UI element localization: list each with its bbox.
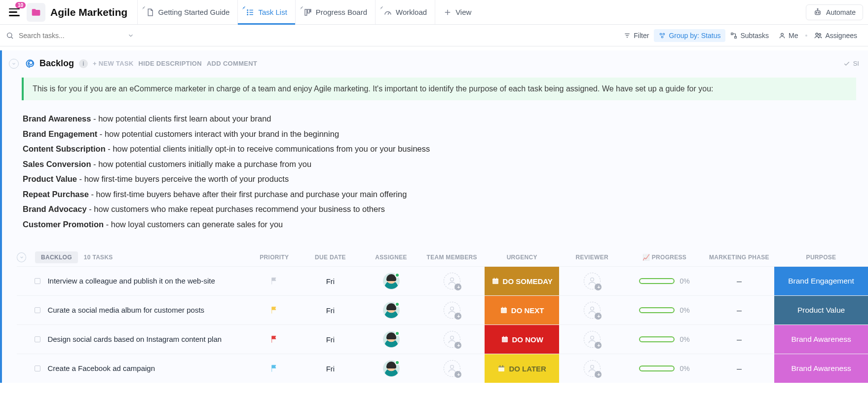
purpose-cell[interactable]: Brand Awareness [774, 354, 868, 383]
purpose-cell[interactable]: Brand Engagement [774, 267, 868, 295]
svg-line-9 [388, 12, 389, 15]
group-right-label: SI [853, 60, 859, 67]
table-row[interactable]: Design social cards based on Instagram c… [17, 325, 868, 354]
collapse-toggle[interactable] [17, 252, 26, 262]
due-date-cell[interactable]: Fri [298, 335, 363, 344]
priority-cell[interactable] [251, 335, 298, 344]
chevron-down-icon [19, 255, 24, 260]
svg-line-18 [11, 37, 13, 39]
empty-avatar-icon: + [584, 273, 601, 289]
list-icon [246, 8, 255, 17]
progress-cell[interactable]: 0% [625, 335, 704, 343]
priority-cell[interactable] [251, 306, 298, 315]
task-table: BACKLOG 10 TASKS PRIORITY DUE DATE ASSIG… [2, 248, 868, 383]
filter-button[interactable]: Filter [619, 29, 654, 42]
phase-cell[interactable]: – [704, 334, 774, 345]
urgency-cell[interactable]: DO NEXT [485, 296, 560, 325]
team-cell[interactable]: + [419, 302, 485, 319]
urgency-cell[interactable]: DO NOW [485, 325, 560, 354]
priority-cell[interactable] [251, 277, 298, 286]
svg-rect-7 [307, 9, 309, 13]
groupby-button[interactable]: Group by: Status [654, 29, 725, 42]
task-checkbox[interactable] [35, 307, 40, 313]
due-date-cell[interactable]: Fri [298, 365, 363, 373]
th-team-members[interactable]: TEAM MEMBERS [419, 254, 485, 261]
add-comment-button[interactable]: ADD COMMENT [207, 60, 257, 67]
info-icon[interactable]: i [79, 59, 88, 68]
reviewer-cell[interactable]: + [559, 360, 625, 377]
assignee-cell[interactable] [363, 360, 419, 377]
search-input[interactable] [19, 32, 122, 40]
pin-icon [141, 3, 146, 11]
tab-workload[interactable]: Workload [375, 0, 435, 24]
table-row[interactable]: Curate a social media album for customer… [17, 295, 868, 325]
empty-avatar-icon: + [584, 360, 601, 377]
task-checkbox[interactable] [35, 366, 40, 371]
svg-rect-39 [502, 307, 502, 308]
new-task-button[interactable]: + NEW TASK [93, 60, 134, 67]
assignee-cell[interactable] [363, 331, 419, 348]
th-purpose[interactable]: PURPOSE [774, 254, 868, 261]
team-cell[interactable]: + [419, 331, 485, 348]
calendar-icon [497, 365, 505, 372]
urgency-cell[interactable]: DO SOMEDAY [485, 267, 560, 295]
table-row[interactable]: Interview a colleague and publish it on … [17, 266, 868, 295]
progress-cell[interactable]: 0% [625, 365, 704, 372]
reviewer-cell[interactable]: + [559, 273, 625, 289]
subtasks-button[interactable]: Subtasks [725, 29, 774, 42]
tab-getting-started[interactable]: Getting Started Guide [137, 0, 237, 24]
tab-progress-board[interactable]: Progress Board [295, 0, 375, 24]
svg-point-29 [819, 34, 821, 36]
chevron-down-icon[interactable] [127, 32, 134, 39]
phase-cell[interactable]: – [704, 305, 774, 316]
group-header: Backlog i + NEW TASK HIDE DESCRIPTION AD… [2, 54, 868, 75]
th-reviewer[interactable]: REVIEWER [559, 254, 625, 261]
svg-point-30 [450, 278, 453, 281]
team-cell[interactable]: + [419, 360, 485, 377]
pin-icon [299, 3, 304, 11]
tab-add-view[interactable]: View [435, 0, 479, 24]
collapse-toggle[interactable] [9, 59, 19, 69]
urgency-cell[interactable]: DO LATER [485, 354, 560, 383]
progress-cell[interactable]: 0% [625, 277, 704, 285]
purpose-cell[interactable]: Product Value [774, 296, 868, 325]
phase-cell[interactable]: – [704, 276, 774, 286]
due-date-cell[interactable]: Fri [298, 306, 363, 315]
th-priority[interactable]: PRIORITY [251, 254, 298, 261]
hide-description-button[interactable]: HIDE DESCRIPTION [139, 60, 202, 67]
content-area: Backlog i + NEW TASK HIDE DESCRIPTION AD… [0, 50, 868, 383]
task-checkbox[interactable] [35, 278, 40, 284]
purpose-cell[interactable]: Brand Awareness [774, 325, 868, 354]
definition-line: Customer Promotion - how loyal customers… [23, 217, 856, 232]
progress-cell[interactable]: 0% [625, 306, 704, 314]
status-chip[interactable]: BACKLOG [35, 251, 78, 263]
svg-rect-33 [493, 278, 494, 279]
th-assignee[interactable]: ASSIGNEE [363, 254, 419, 261]
reviewer-cell[interactable]: + [559, 331, 625, 348]
assignee-cell[interactable] [363, 273, 419, 289]
filter-icon [624, 32, 631, 39]
assignee-cell[interactable] [363, 302, 419, 319]
th-urgency[interactable]: URGENCY [485, 254, 560, 261]
menu-toggle-button[interactable]: 10 [5, 3, 24, 22]
th-due-date[interactable]: DUE DATE [298, 254, 363, 261]
assignees-button[interactable]: Assignees [809, 29, 862, 42]
svg-point-1 [247, 12, 248, 13]
th-progress[interactable]: 📈 PROGRESS [625, 254, 704, 261]
svg-rect-52 [502, 365, 503, 367]
priority-cell[interactable] [251, 364, 298, 373]
table-row[interactable]: Create a Facebook ad campaign Fri + DO L… [17, 354, 868, 383]
group-right-actions[interactable]: SI [843, 60, 859, 67]
svg-rect-46 [506, 336, 506, 337]
me-button[interactable]: Me [774, 29, 803, 42]
phase-cell[interactable]: – [704, 364, 774, 374]
due-date-cell[interactable]: Fri [298, 277, 363, 286]
tab-task-list[interactable]: Task List [237, 0, 295, 24]
reviewer-cell[interactable]: + [559, 302, 625, 319]
space-folder-chip[interactable] [27, 3, 45, 22]
th-marketing-phase[interactable]: MARKETING PHASE [704, 254, 774, 261]
svg-point-14 [818, 12, 819, 13]
automate-button[interactable]: Automate [806, 4, 863, 20]
team-cell[interactable]: + [419, 273, 485, 289]
task-checkbox[interactable] [35, 336, 40, 342]
